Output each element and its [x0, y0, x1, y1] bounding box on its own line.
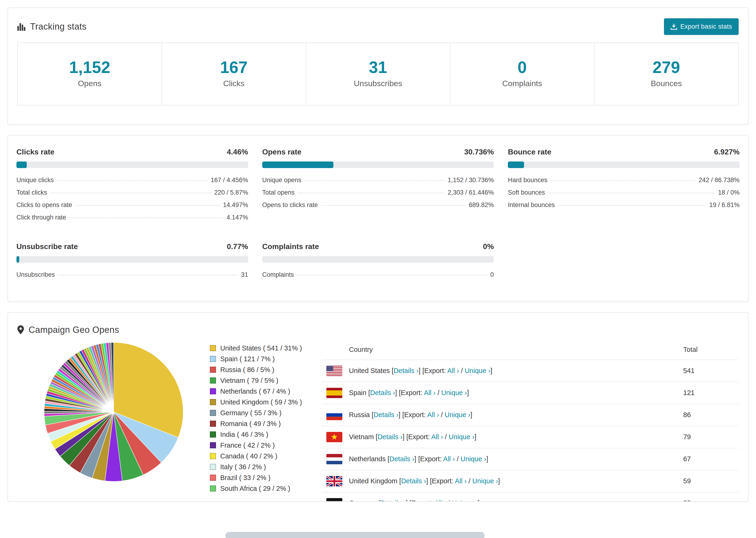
export-unique-link[interactable]: Unique › — [460, 455, 486, 463]
geo-legend: United States ( 541 / 31% ) Spain ( 121 … — [210, 344, 302, 496]
legend-label: Netherlands ( 67 / 4% ) — [220, 388, 290, 395]
export-unique-link[interactable]: Unique › — [472, 477, 498, 485]
rate-progress-bar — [508, 161, 739, 168]
country-cell: Germany [Details ›] [Export: All › / Uni… — [349, 499, 683, 501]
country-name: United States — [349, 367, 392, 374]
bracket: ] — [403, 433, 405, 441]
rate-rows: Unique opens 1,152 / 30.736% Total opens… — [262, 177, 494, 209]
legend-item: Russia ( 86 / 5% ) — [210, 366, 302, 374]
country-cell: United States [Details ›] [Export: All ›… — [349, 367, 683, 375]
horizontal-scrollbar-thumb[interactable] — [225, 532, 485, 538]
country-total: 541 — [683, 367, 734, 375]
rate-head: Complaints rate 0% — [262, 242, 494, 251]
legend-swatch-icon — [210, 367, 216, 373]
details-link[interactable]: Details › — [381, 499, 406, 501]
rate-stat-value: 242 / 86.738% — [699, 177, 739, 184]
export-all-link[interactable]: All › — [427, 411, 439, 418]
details-link[interactable]: Details › — [378, 433, 403, 441]
bracket: ] — [486, 455, 488, 463]
rate-title: Opens rate — [262, 148, 301, 156]
export-label: [Export: — [399, 389, 422, 397]
country-cell: Vietnam [Details ›] [Export: All › / Uni… — [349, 433, 683, 441]
stat-box: 279 Bounces — [594, 43, 738, 105]
bracket: ] — [406, 499, 407, 501]
export-label: [Export: — [406, 433, 430, 441]
country-cell: Russia [Details ›] [Export: All › / Uniq… — [349, 411, 683, 419]
legend-label: Vietnam ( 79 / 5% ) — [220, 377, 279, 385]
details-link[interactable]: Details › — [401, 477, 426, 485]
rate-stat-label: Internal bounces — [508, 201, 555, 209]
country-total: 67 — [683, 455, 734, 463]
bracket: ] — [426, 477, 428, 485]
tracking-stats-title: Tracking stats — [30, 22, 87, 32]
legend-item: Italy ( 36 / 2% ) — [210, 463, 302, 471]
legend-swatch-icon — [210, 356, 216, 362]
rate-stat-row: Unique opens 1,152 / 30.736% — [262, 177, 494, 184]
export-all-link[interactable]: All › — [455, 477, 467, 485]
stat-box: 167 Clicks — [162, 43, 306, 105]
country-total: 59 — [683, 477, 734, 485]
stat-label: Opens — [18, 79, 162, 88]
tracking-stats-card: Tracking stats Export basic stats 1,152 … — [8, 8, 748, 125]
country-flag-icon — [326, 432, 342, 442]
export-all-link[interactable]: All › — [434, 499, 446, 501]
rate-stat-row: Hard bounces 242 / 86.738% — [508, 177, 739, 184]
rate-stat-value: 689.82% — [469, 201, 494, 209]
export-unique-link[interactable]: Unique › — [441, 389, 467, 397]
rate-stat-row: Internal bounces 19 / 6.81% — [508, 201, 739, 209]
details-link[interactable]: Details › — [370, 389, 395, 397]
slash: / — [446, 499, 452, 501]
legend-item: Germany ( 55 / 3% ) — [210, 409, 302, 417]
dotted-leader — [321, 205, 465, 206]
details-link[interactable]: Details › — [394, 367, 418, 374]
rate-head: Opens rate 30.736% — [262, 148, 494, 156]
legend-swatch-icon — [210, 399, 216, 405]
legend-swatch-icon — [210, 410, 216, 416]
legend-swatch-icon — [210, 442, 216, 448]
legend-swatch-icon — [210, 475, 216, 481]
bracket: [ — [388, 455, 390, 463]
export-basic-stats-button[interactable]: Export basic stats — [664, 18, 739, 35]
geo-header: Campaign Geo Opens — [17, 325, 739, 335]
dotted-leader — [75, 205, 220, 206]
legend-item: Spain ( 121 / 7% ) — [210, 355, 302, 363]
rate-stat-row: Unique clicks 167 / 4.456% — [17, 177, 248, 184]
legend-label: France ( 42 / 2% ) — [220, 442, 275, 449]
export-button-label: Export basic stats — [680, 23, 732, 30]
legend-swatch-icon — [210, 377, 216, 384]
rate-section: Opens rate 30.736% Unique opens 1,152 / … — [262, 148, 494, 226]
export-all-link[interactable]: All › — [443, 455, 455, 463]
rate-stat-label: Soft bounces — [508, 189, 545, 196]
rate-head: Bounce rate 6.927% — [508, 148, 739, 156]
export-unique-link[interactable]: Unique › — [449, 433, 474, 441]
details-link[interactable]: Details › — [374, 411, 399, 418]
country-flag-icon — [326, 498, 342, 501]
rate-progress-fill — [17, 161, 27, 168]
rate-stat-label: Total opens — [262, 189, 295, 196]
legend-label: Russia ( 86 / 5% ) — [220, 366, 274, 374]
export-all-link[interactable]: All › — [447, 367, 459, 374]
country-cell: United Kingdom [Details ›] [Export: All … — [349, 477, 683, 485]
export-unique-link[interactable]: Unique › — [445, 411, 470, 418]
bracket: ] — [498, 477, 500, 485]
rate-stat-row: Complaints 0 — [262, 271, 494, 278]
export-unique-link[interactable]: Unique › — [465, 367, 490, 374]
export-label: [Export: — [402, 411, 426, 418]
export-label: [Export: — [418, 455, 442, 463]
country-cell: Spain [Details ›] [Export: All › / Uniqu… — [349, 389, 683, 397]
legend-label: Germany ( 55 / 3% ) — [220, 409, 282, 417]
rate-stat-value: 4.147% — [227, 214, 248, 221]
export-all-link[interactable]: All › — [431, 433, 443, 441]
rate-rows: Unique clicks 167 / 4.456% Total clicks … — [17, 177, 248, 221]
export-all-link[interactable]: All › — [424, 389, 436, 397]
dashboard-page: Tracking stats Export basic stats 1,152 … — [0, 0, 756, 538]
stat-box: 0 Complaints — [450, 43, 594, 105]
bracket: ] — [474, 433, 476, 441]
export-unique-link[interactable]: Unique › — [452, 499, 478, 501]
geo-title: Campaign Geo Opens — [28, 325, 119, 335]
rate-progress-fill — [508, 161, 524, 168]
legend-swatch-icon — [210, 464, 216, 470]
rate-progress-fill — [262, 161, 333, 168]
legend-item: Vietnam ( 79 / 5% ) — [210, 377, 302, 385]
details-link[interactable]: Details › — [390, 455, 414, 463]
